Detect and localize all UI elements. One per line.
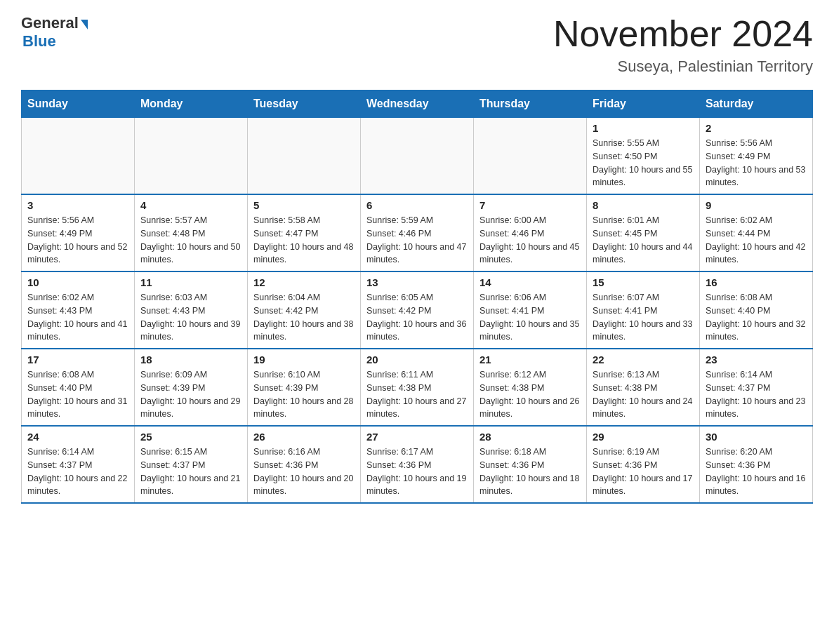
calendar-cell: 19Sunrise: 6:10 AMSunset: 4:39 PMDayligh… bbox=[248, 349, 361, 426]
day-info-line: Sunrise: 6:09 AM bbox=[140, 370, 207, 380]
day-info: Sunrise: 5:59 AMSunset: 4:46 PMDaylight:… bbox=[366, 214, 468, 267]
day-info-line: Daylight: 10 hours and 50 minutes. bbox=[140, 242, 240, 265]
day-info: Sunrise: 6:10 AMSunset: 4:39 PMDaylight:… bbox=[253, 368, 355, 421]
day-info-line: Sunset: 4:39 PM bbox=[253, 383, 318, 393]
day-info-line: Daylight: 10 hours and 19 minutes. bbox=[366, 474, 466, 497]
day-info: Sunrise: 6:01 AMSunset: 4:45 PMDaylight:… bbox=[593, 214, 694, 267]
day-info: Sunrise: 6:11 AMSunset: 4:38 PMDaylight:… bbox=[366, 368, 468, 421]
day-info-line: Daylight: 10 hours and 48 minutes. bbox=[253, 242, 353, 265]
calendar-cell bbox=[135, 118, 248, 195]
day-info-line: Sunset: 4:38 PM bbox=[479, 383, 544, 393]
calendar-cell bbox=[361, 118, 474, 195]
calendar-cell: 26Sunrise: 6:16 AMSunset: 4:36 PMDayligh… bbox=[248, 426, 361, 503]
day-info-line: Sunrise: 6:01 AM bbox=[593, 215, 659, 225]
day-info: Sunrise: 6:02 AMSunset: 4:43 PMDaylight:… bbox=[27, 291, 128, 344]
day-info-line: Sunrise: 6:18 AM bbox=[479, 447, 546, 457]
calendar-cell: 23Sunrise: 6:14 AMSunset: 4:37 PMDayligh… bbox=[700, 349, 813, 426]
day-info: Sunrise: 6:07 AMSunset: 4:41 PMDaylight:… bbox=[593, 291, 694, 344]
day-info-line: Daylight: 10 hours and 16 minutes. bbox=[706, 474, 805, 497]
calendar-header: SundayMondayTuesdayWednesdayThursdayFrid… bbox=[22, 90, 813, 118]
calendar-cell: 25Sunrise: 6:15 AMSunset: 4:37 PMDayligh… bbox=[135, 426, 248, 503]
day-info-line: Daylight: 10 hours and 23 minutes. bbox=[706, 396, 805, 420]
day-info: Sunrise: 6:09 AMSunset: 4:39 PMDaylight:… bbox=[140, 368, 241, 421]
day-info-line: Sunrise: 6:20 AM bbox=[706, 447, 772, 457]
calendar-cell: 22Sunrise: 6:13 AMSunset: 4:38 PMDayligh… bbox=[587, 349, 700, 426]
day-info-line: Sunrise: 6:14 AM bbox=[706, 370, 772, 380]
calendar-cell: 17Sunrise: 6:08 AMSunset: 4:40 PMDayligh… bbox=[22, 349, 135, 426]
day-info-line: Daylight: 10 hours and 55 minutes. bbox=[593, 165, 692, 188]
day-number: 24 bbox=[27, 431, 128, 443]
calendar-cell: 27Sunrise: 6:17 AMSunset: 4:36 PMDayligh… bbox=[361, 426, 474, 503]
header-day-sunday: Sunday bbox=[22, 90, 135, 118]
day-info: Sunrise: 6:05 AMSunset: 4:42 PMDaylight:… bbox=[366, 291, 468, 344]
day-info-line: Sunrise: 5:56 AM bbox=[706, 138, 772, 148]
day-number: 7 bbox=[479, 199, 581, 211]
day-info-line: Sunset: 4:47 PM bbox=[253, 229, 318, 239]
day-number: 13 bbox=[366, 276, 468, 288]
day-info-line: Sunrise: 5:57 AM bbox=[140, 215, 207, 225]
day-info: Sunrise: 5:56 AMSunset: 4:49 PMDaylight:… bbox=[706, 137, 807, 189]
main-title: November 2024 bbox=[553, 14, 813, 54]
day-info: Sunrise: 6:13 AMSunset: 4:38 PMDaylight:… bbox=[593, 368, 694, 421]
week-row-4: 17Sunrise: 6:08 AMSunset: 4:40 PMDayligh… bbox=[22, 349, 813, 426]
day-info: Sunrise: 5:58 AMSunset: 4:47 PMDaylight:… bbox=[253, 214, 355, 267]
calendar-cell: 30Sunrise: 6:20 AMSunset: 4:36 PMDayligh… bbox=[700, 426, 813, 503]
calendar-cell: 8Sunrise: 6:01 AMSunset: 4:45 PMDaylight… bbox=[587, 194, 700, 271]
header-row: SundayMondayTuesdayWednesdayThursdayFrid… bbox=[22, 90, 813, 118]
day-info-line: Sunrise: 6:04 AM bbox=[253, 293, 320, 302]
calendar-cell: 1Sunrise: 5:55 AMSunset: 4:50 PMDaylight… bbox=[587, 118, 700, 195]
day-info-line: Sunrise: 6:00 AM bbox=[479, 215, 546, 225]
calendar-cell: 14Sunrise: 6:06 AMSunset: 4:41 PMDayligh… bbox=[474, 271, 587, 349]
day-info-line: Sunset: 4:36 PM bbox=[706, 460, 770, 470]
day-info-line: Sunrise: 6:10 AM bbox=[253, 370, 320, 380]
day-info-line: Daylight: 10 hours and 47 minutes. bbox=[366, 242, 466, 265]
day-info-line: Daylight: 10 hours and 39 minutes. bbox=[140, 319, 240, 342]
header-day-tuesday: Tuesday bbox=[248, 90, 361, 118]
calendar-cell: 11Sunrise: 6:03 AMSunset: 4:43 PMDayligh… bbox=[135, 271, 248, 349]
day-number: 12 bbox=[253, 276, 355, 288]
day-number: 6 bbox=[366, 199, 468, 211]
day-info: Sunrise: 5:57 AMSunset: 4:48 PMDaylight:… bbox=[140, 214, 241, 267]
day-info-line: Daylight: 10 hours and 33 minutes. bbox=[593, 319, 692, 342]
day-info-line: Sunset: 4:40 PM bbox=[27, 383, 92, 393]
calendar-cell: 15Sunrise: 6:07 AMSunset: 4:41 PMDayligh… bbox=[587, 271, 700, 349]
day-number: 2 bbox=[706, 122, 807, 134]
day-info-line: Daylight: 10 hours and 26 minutes. bbox=[479, 396, 579, 420]
logo: General Blue bbox=[21, 14, 88, 51]
day-info-line: Sunrise: 5:59 AM bbox=[366, 215, 433, 225]
day-number: 30 bbox=[706, 431, 807, 443]
day-info-line: Sunset: 4:36 PM bbox=[593, 460, 657, 470]
day-info-line: Daylight: 10 hours and 52 minutes. bbox=[27, 242, 127, 265]
calendar-cell bbox=[474, 118, 587, 195]
calendar-cell: 10Sunrise: 6:02 AMSunset: 4:43 PMDayligh… bbox=[22, 271, 135, 349]
day-info-line: Daylight: 10 hours and 44 minutes. bbox=[593, 242, 692, 265]
day-number: 9 bbox=[706, 199, 807, 211]
header-day-wednesday: Wednesday bbox=[361, 90, 474, 118]
day-number: 28 bbox=[479, 431, 581, 443]
calendar-body: 1Sunrise: 5:55 AMSunset: 4:50 PMDaylight… bbox=[22, 118, 813, 504]
day-info-line: Sunrise: 6:08 AM bbox=[706, 293, 772, 302]
day-info: Sunrise: 6:20 AMSunset: 4:36 PMDaylight:… bbox=[706, 445, 807, 498]
day-info-line: Sunrise: 6:03 AM bbox=[140, 293, 207, 302]
day-info: Sunrise: 6:08 AMSunset: 4:40 PMDaylight:… bbox=[27, 368, 128, 421]
calendar-cell: 18Sunrise: 6:09 AMSunset: 4:39 PMDayligh… bbox=[135, 349, 248, 426]
header-day-monday: Monday bbox=[135, 90, 248, 118]
day-info-line: Sunrise: 6:19 AM bbox=[593, 447, 659, 457]
day-info-line: Sunrise: 6:11 AM bbox=[366, 370, 433, 380]
day-info-line: Sunset: 4:50 PM bbox=[593, 152, 657, 161]
day-number: 14 bbox=[479, 276, 581, 288]
day-info-line: Sunset: 4:38 PM bbox=[366, 383, 431, 393]
header-day-friday: Friday bbox=[587, 90, 700, 118]
calendar-cell: 2Sunrise: 5:56 AMSunset: 4:49 PMDaylight… bbox=[700, 118, 813, 195]
day-info: Sunrise: 6:06 AMSunset: 4:41 PMDaylight:… bbox=[479, 291, 581, 344]
day-number: 21 bbox=[479, 354, 581, 365]
day-info-line: Sunset: 4:46 PM bbox=[366, 229, 431, 239]
day-info-line: Daylight: 10 hours and 21 minutes. bbox=[140, 474, 240, 497]
day-number: 15 bbox=[593, 276, 694, 288]
week-row-3: 10Sunrise: 6:02 AMSunset: 4:43 PMDayligh… bbox=[22, 271, 813, 349]
day-number: 23 bbox=[706, 354, 807, 365]
day-info: Sunrise: 6:17 AMSunset: 4:36 PMDaylight:… bbox=[366, 445, 468, 498]
day-info-line: Sunrise: 6:07 AM bbox=[593, 293, 659, 302]
day-info-line: Sunrise: 6:15 AM bbox=[140, 447, 207, 457]
day-info: Sunrise: 6:14 AMSunset: 4:37 PMDaylight:… bbox=[706, 368, 807, 421]
